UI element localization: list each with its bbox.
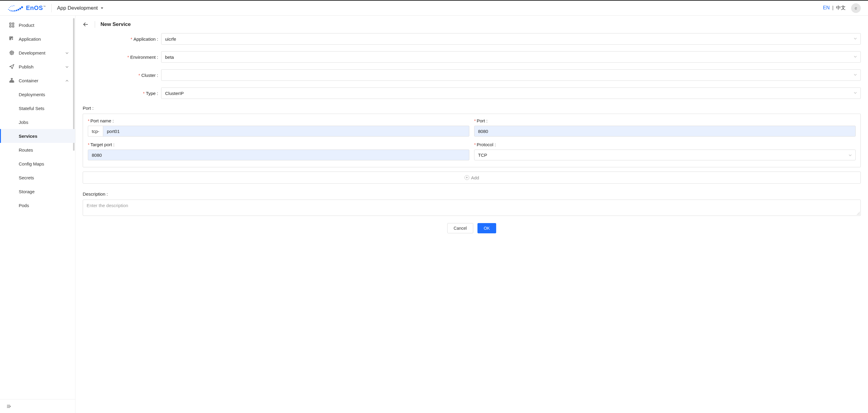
application-value: uicrfe — [165, 36, 176, 42]
sidebar-item-label: Stateful Sets — [19, 106, 44, 111]
cancel-button-label: Cancel — [454, 226, 467, 231]
sidebar-item-product[interactable]: Product — [0, 18, 75, 32]
sidebar-item-config-maps[interactable]: Config Maps — [0, 157, 75, 171]
field-label-port-name: Port name : — [90, 118, 114, 123]
collapse-icon — [6, 404, 11, 409]
sidebar-group-publish[interactable]: Publish — [0, 60, 75, 74]
lang-separator: | — [832, 5, 833, 10]
chevron-down-icon — [854, 73, 857, 77]
sidebar-item-label: Jobs — [19, 120, 28, 125]
svg-rect-18 — [11, 37, 13, 38]
back-button[interactable] — [83, 21, 89, 28]
avatar-initial: e — [855, 6, 857, 10]
chevron-down-icon — [65, 64, 68, 69]
field-label-port: Port : — [476, 118, 488, 123]
cluster-select[interactable] — [161, 69, 861, 81]
svg-point-8 — [21, 6, 23, 8]
sidebar-item-label: Services — [19, 134, 37, 139]
description-textarea[interactable]: Enter the description — [83, 200, 861, 216]
type-value: ClusterIP — [165, 91, 184, 96]
sidebar-group-container[interactable]: Container — [0, 74, 75, 88]
svg-rect-27 — [10, 81, 11, 82]
port-name-input[interactable]: port01 — [103, 126, 469, 137]
chevron-down-icon — [854, 55, 857, 59]
add-button-label: Add — [471, 175, 479, 180]
port-input[interactable]: 8080 — [474, 126, 856, 137]
target-port-value: 8080 — [92, 152, 102, 158]
field-label-environment: Environment — [130, 55, 155, 60]
sidebar-item-label: Routes — [19, 147, 33, 152]
sidebar-item-deployments[interactable]: Deployments — [0, 88, 75, 101]
sidebar-item-label: Deployments — [19, 92, 45, 97]
ok-button[interactable]: OK — [477, 223, 496, 233]
chevron-up-icon — [65, 78, 68, 83]
app-switcher-label: App Development — [57, 5, 98, 11]
environment-select[interactable]: beta — [161, 51, 861, 63]
field-label-application: Application — [133, 36, 155, 42]
port-section-label: Port : — [83, 105, 861, 111]
port-block: *Port name : tcp- port01 *Port : 8080 — [83, 114, 861, 167]
app-switcher[interactable]: App Development — [57, 5, 104, 11]
sidebar-item-label: Product — [19, 23, 34, 28]
field-label-target-port: Target port : — [90, 142, 114, 147]
send-icon — [9, 64, 14, 69]
svg-rect-20 — [10, 51, 13, 54]
svg-point-5 — [16, 10, 18, 11]
svg-point-1 — [9, 10, 10, 10]
sidebar-item-label: Storage — [19, 189, 35, 194]
field-label-protocol: Protocol : — [476, 142, 496, 147]
protocol-select[interactable]: TCP — [474, 149, 856, 160]
sidebar-item-label: Application — [19, 36, 41, 42]
type-select[interactable]: ClusterIP — [161, 88, 861, 99]
svg-rect-16 — [12, 26, 14, 27]
resize-handle-icon[interactable] — [857, 212, 860, 215]
svg-point-10 — [10, 6, 11, 7]
sidebar-item-routes[interactable]: Routes — [0, 143, 75, 157]
lang-en[interactable]: EN — [823, 5, 830, 10]
chevron-down-icon — [854, 91, 857, 95]
language-switch[interactable]: EN | 中文 — [823, 5, 846, 11]
svg-point-11 — [12, 5, 12, 6]
apps-icon — [9, 36, 14, 42]
port-value: 8080 — [478, 129, 488, 134]
chevron-down-icon — [849, 152, 852, 158]
sidebar-item-application[interactable]: Application — [0, 32, 75, 46]
chevron-down-icon — [854, 37, 857, 41]
sidebar-item-pods[interactable]: Pods — [0, 198, 75, 212]
port-name-value: port01 — [107, 129, 120, 134]
sidebar-item-label: Pods — [19, 203, 29, 208]
plus-circle-icon: + — [464, 175, 469, 180]
sidebar-collapse-toggle[interactable] — [0, 399, 75, 413]
environment-value: beta — [165, 55, 174, 60]
port-name-prefix: tcp- — [88, 126, 103, 137]
svg-rect-17 — [10, 37, 11, 38]
svg-rect-21 — [11, 52, 12, 54]
svg-point-9 — [9, 7, 10, 8]
target-port-input[interactable]: 8080 — [88, 149, 469, 160]
sitemap-icon — [9, 78, 14, 83]
caret-down-icon — [100, 6, 104, 10]
chip-icon — [9, 50, 14, 56]
sidebar-item-stateful-sets[interactable]: Stateful Sets — [0, 101, 75, 115]
sidebar-item-services[interactable]: Services — [0, 129, 75, 143]
chevron-down-icon — [65, 50, 68, 56]
avatar[interactable]: e — [851, 3, 861, 13]
lang-zh[interactable]: 中文 — [836, 5, 846, 10]
svg-point-6 — [18, 9, 19, 10]
sidebar-item-storage[interactable]: Storage — [0, 184, 75, 198]
svg-rect-29 — [13, 81, 14, 82]
brand-logo[interactable]: EnOS™ — [7, 4, 46, 12]
svg-rect-15 — [10, 26, 11, 27]
application-select[interactable]: uicrfe — [161, 33, 861, 45]
svg-point-3 — [12, 10, 13, 11]
ok-button-label: OK — [484, 226, 490, 231]
sidebar-item-secrets[interactable]: Secrets — [0, 171, 75, 184]
sidebar-item-label: Development — [19, 50, 45, 56]
cancel-button[interactable]: Cancel — [447, 223, 473, 233]
sidebar-item-jobs[interactable]: Jobs — [0, 115, 75, 129]
svg-rect-19 — [10, 39, 11, 40]
field-label-type: Type — [146, 91, 156, 96]
sidebar-item-label: Container — [19, 78, 38, 83]
add-port-button[interactable]: + Add — [83, 172, 861, 183]
sidebar-group-development[interactable]: Development — [0, 46, 75, 60]
